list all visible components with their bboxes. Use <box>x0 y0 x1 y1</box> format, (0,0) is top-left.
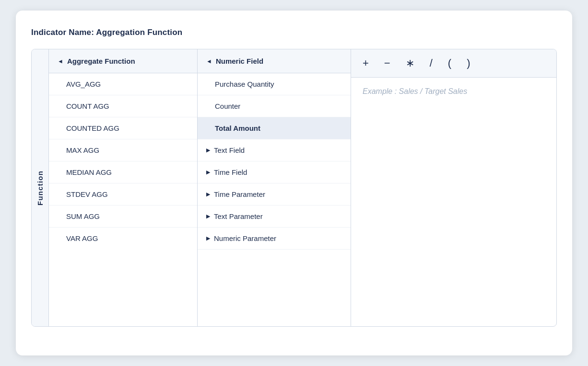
formula-operator-button[interactable]: − <box>382 56 392 70</box>
numeric-list: Purchase QuantityCounterTotal Amount <box>198 73 351 139</box>
agg-list-item[interactable]: MAX AGG <box>49 139 197 161</box>
agg-list: AVG_AGGCOUNT AGGCOUNTED AGGMAX AGGMEDIAN… <box>49 73 197 249</box>
agg-list-item[interactable]: COUNTED AGG <box>49 117 197 139</box>
formula-toolbar: +−∗/() <box>351 49 556 78</box>
main-card: Indicator Name: Aggregation Function Fun… <box>16 11 572 355</box>
formula-operator-button[interactable]: + <box>361 56 371 70</box>
table-container: Function ◄ Aggregate Function AVG_AGGCOU… <box>31 49 557 327</box>
agg-column-header-label: Aggregate Function <box>67 57 135 65</box>
formula-operators: +−∗/() <box>361 56 472 70</box>
expand-arrow-icon: ▶ <box>206 235 210 241</box>
expand-arrow-icon: ▶ <box>206 213 210 219</box>
numeric-section-item[interactable]: ▶Time Field <box>198 161 351 183</box>
numeric-section-item[interactable]: ▶Numeric Parameter <box>198 228 351 250</box>
numeric-column-header-label: Numeric Field <box>216 57 263 65</box>
formula-operator-button[interactable]: ∗ <box>404 56 416 70</box>
numeric-list-item[interactable]: Total Amount <box>198 117 351 139</box>
agg-list-item[interactable]: MEDIAN AGG <box>49 161 197 183</box>
agg-list-item[interactable]: COUNT AGG <box>49 95 197 117</box>
expand-arrow-icon: ▶ <box>206 169 210 175</box>
section-item-label: Time Parameter <box>214 190 265 198</box>
formula-placeholder[interactable]: Example : Sales / Target Sales <box>351 78 556 105</box>
section-item-label: Text Parameter <box>214 212 263 220</box>
section-item-label: Time Field <box>214 168 247 176</box>
agg-column-header: ◄ Aggregate Function <box>49 49 197 73</box>
agg-list-item[interactable]: VAR AGG <box>49 228 197 249</box>
numeric-list-item[interactable]: Purchase Quantity <box>198 73 351 95</box>
agg-collapse-arrow[interactable]: ◄ <box>58 58 63 65</box>
section-list: ▶Text Field▶Time Field▶Time Parameter▶Te… <box>198 139 351 250</box>
numeric-column-header: ◄ Numeric Field <box>198 49 351 73</box>
section-item-label: Text Field <box>214 146 245 154</box>
agg-list-item[interactable]: AVG_AGG <box>49 73 197 95</box>
aggregate-function-column: ◄ Aggregate Function AVG_AGGCOUNT AGGCOU… <box>49 49 198 326</box>
expand-arrow-icon: ▶ <box>206 191 210 197</box>
formula-operator-button[interactable]: ( <box>446 56 453 70</box>
formula-operator-button[interactable]: ) <box>465 56 472 70</box>
card-title: Indicator Name: Aggregation Function <box>31 28 557 37</box>
function-label-column: Function <box>32 49 49 326</box>
expand-arrow-icon: ▶ <box>206 147 210 153</box>
numeric-section-item[interactable]: ▶Time Parameter <box>198 183 351 206</box>
function-label: Function <box>36 171 44 206</box>
numeric-list-item[interactable]: Counter <box>198 95 351 117</box>
formula-operator-button[interactable]: / <box>428 56 435 70</box>
numeric-field-column: ◄ Numeric Field Purchase QuantityCounter… <box>198 49 351 326</box>
numeric-section-item[interactable]: ▶Text Field <box>198 139 351 161</box>
numeric-collapse-arrow[interactable]: ◄ <box>206 58 212 65</box>
formula-column: +−∗/() Example : Sales / Target Sales <box>351 49 556 326</box>
agg-list-item[interactable]: SUM AGG <box>49 206 197 228</box>
numeric-section-item[interactable]: ▶Text Parameter <box>198 206 351 228</box>
section-item-label: Numeric Parameter <box>214 234 276 242</box>
agg-list-item[interactable]: STDEV AGG <box>49 183 197 206</box>
